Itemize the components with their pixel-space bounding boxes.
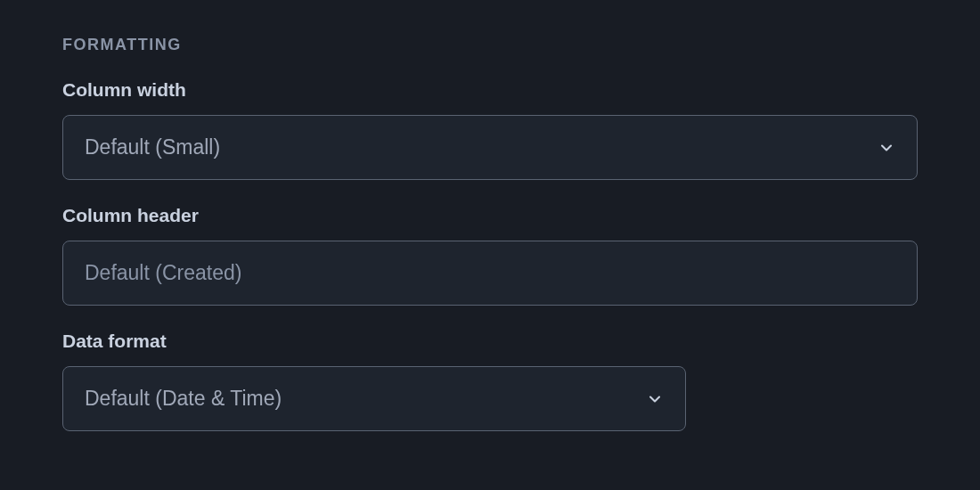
formatting-section: FORMATTING Column width Default (Small) … [62,36,918,431]
chevron-down-icon [878,139,895,157]
column-width-value: Default (Small) [85,135,220,159]
column-width-select[interactable]: Default (Small) [62,115,918,180]
column-header-label: Column header [62,205,918,226]
data-format-field: Data format Default (Date & Time) [62,331,918,431]
column-header-field: Column header [62,205,918,306]
data-format-label: Data format [62,331,918,352]
column-width-field: Column width Default (Small) [62,79,918,180]
data-format-select[interactable]: Default (Date & Time) [62,366,686,431]
column-width-label: Column width [62,79,918,101]
chevron-down-icon [646,390,664,408]
section-title: FORMATTING [62,36,918,54]
column-header-input[interactable] [62,241,918,306]
data-format-value: Default (Date & Time) [85,387,282,411]
